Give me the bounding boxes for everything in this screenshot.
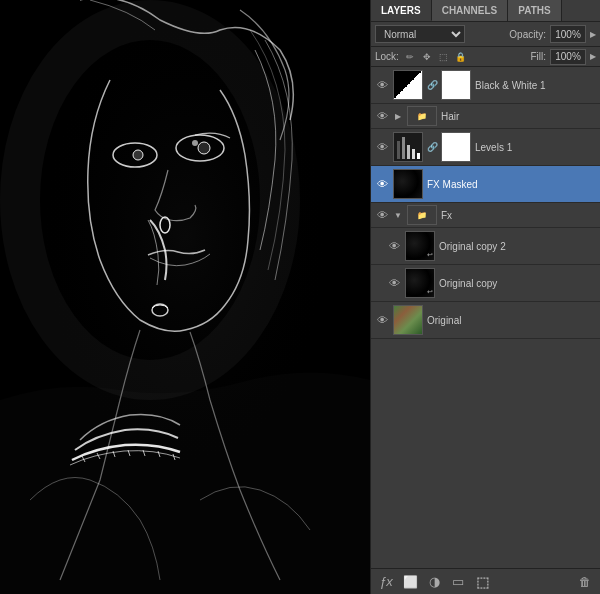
layer-name-hair: Hair <box>441 111 596 122</box>
layer-name-levels1: Levels 1 <box>475 142 596 153</box>
thumbnail-original <box>393 305 423 335</box>
thumbnail-levels1 <box>393 132 423 162</box>
visibility-levels1[interactable]: 👁 <box>375 140 389 154</box>
layer-name-original: Original <box>427 315 596 326</box>
visibility-hair[interactable]: 👁 <box>375 109 389 123</box>
thumbnail-bw1 <box>393 70 423 100</box>
layer-orig-copy[interactable]: 👁 ↩ Original copy <box>371 265 600 302</box>
layer-name-fx-group: Fx <box>441 210 596 221</box>
lock-all-icon[interactable]: 🔒 <box>454 50 468 64</box>
thumbnail-orig-copy: ↩ <box>405 268 435 298</box>
new-group-button[interactable]: ▭ <box>449 573 467 591</box>
visibility-orig-copy2[interactable]: 👁 <box>387 239 401 253</box>
thumbnail-fx-masked <box>393 169 423 199</box>
lock-pixels-icon[interactable]: ✏ <box>403 50 417 64</box>
adjustment-layer-button[interactable]: ◑ <box>425 573 443 591</box>
fill-label: Fill: <box>530 51 546 62</box>
lock-icons: ✏ ✥ ⬚ 🔒 <box>403 50 468 64</box>
lock-move-icon[interactable]: ✥ <box>420 50 434 64</box>
tab-channels[interactable]: CHANNELS <box>432 0 509 21</box>
visibility-original[interactable]: 👁 <box>375 313 389 327</box>
tabs-bar: LAYERS CHANNELS PATHS <box>371 0 600 22</box>
fill-input[interactable] <box>550 49 586 65</box>
panels-area: LAYERS CHANNELS PATHS Normal Dissolve Mu… <box>370 0 600 594</box>
mask-bw1 <box>441 70 471 100</box>
group-arrow-hair[interactable]: ▶ <box>393 111 403 121</box>
tab-layers[interactable]: LAYERS <box>371 0 432 21</box>
group-arrow-fx[interactable]: ▼ <box>393 210 403 220</box>
group-icon-fx: 📁 <box>407 205 437 225</box>
blend-mode-row: Normal Dissolve Multiply Screen Overlay … <box>371 22 600 47</box>
layer-name-fx-masked: FX Masked <box>427 179 596 190</box>
layer-levels1[interactable]: 👁 🔗 Levels 1 <box>371 129 600 166</box>
visibility-orig-copy[interactable]: 👁 <box>387 276 401 290</box>
opacity-label: Opacity: <box>509 29 546 40</box>
layer-name-bw1: Black & White 1 <box>475 80 596 91</box>
mask-levels1 <box>441 132 471 162</box>
layers-toolbar: ƒx ⬜ ◑ ▭ ⬚ 🗑 <box>371 568 600 594</box>
artwork-svg <box>0 0 370 594</box>
layer-name-orig-copy: Original copy <box>439 278 596 289</box>
layer-fx-group[interactable]: 👁 ▼ 📁 Fx <box>371 203 600 228</box>
opacity-input[interactable] <box>550 25 586 43</box>
fx-button[interactable]: ƒx <box>377 573 395 591</box>
visibility-fx-masked[interactable]: 👁 <box>375 177 389 191</box>
fill-arrow[interactable]: ▶ <box>590 52 596 61</box>
delete-layer-button[interactable]: 🗑 <box>576 573 594 591</box>
visibility-fx-group[interactable]: 👁 <box>375 208 389 222</box>
layer-original[interactable]: 👁 Original <box>371 302 600 339</box>
lock-label: Lock: <box>375 51 399 62</box>
layer-orig-copy2[interactable]: 👁 ↩ Original copy 2 <box>371 228 600 265</box>
layer-fx-masked[interactable]: 👁 FX Masked <box>371 166 600 203</box>
chain-levels1: 🔗 <box>427 142 435 152</box>
layer-hair-group[interactable]: 👁 ▶ 📁 Hair <box>371 104 600 129</box>
layers-list: 👁 🔗 Black & White 1 👁 ▶ 📁 Hair 👁 <box>371 67 600 568</box>
blend-mode-select[interactable]: Normal Dissolve Multiply Screen Overlay … <box>375 25 465 43</box>
opacity-arrow[interactable]: ▶ <box>590 30 596 39</box>
app-container: LAYERS CHANNELS PATHS Normal Dissolve Mu… <box>0 0 600 594</box>
new-layer-button[interactable]: ⬚ <box>473 573 491 591</box>
add-mask-button[interactable]: ⬜ <box>401 573 419 591</box>
thumbnail-orig-copy2: ↩ <box>405 231 435 261</box>
layer-bw1[interactable]: 👁 🔗 Black & White 1 <box>371 67 600 104</box>
visibility-bw1[interactable]: 👁 <box>375 78 389 92</box>
lock-transparency-icon[interactable]: ⬚ <box>437 50 451 64</box>
chain-bw1: 🔗 <box>427 80 435 90</box>
lock-fill-row: Lock: ✏ ✥ ⬚ 🔒 Fill: ▶ <box>371 47 600 67</box>
canvas-area <box>0 0 370 594</box>
group-icon-hair: 📁 <box>407 106 437 126</box>
tab-paths[interactable]: PATHS <box>508 0 561 21</box>
layer-name-orig-copy2: Original copy 2 <box>439 241 596 252</box>
